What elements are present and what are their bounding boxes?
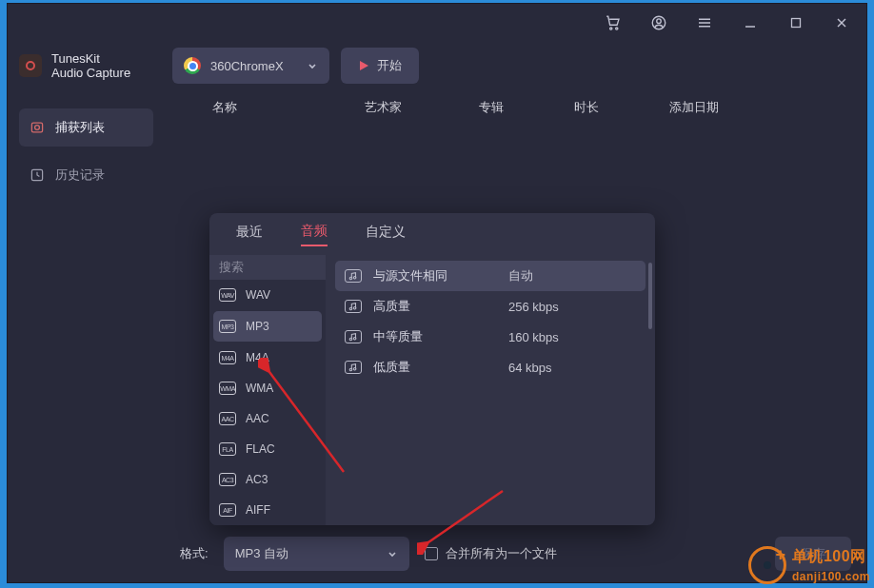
- svg-point-15: [353, 276, 356, 279]
- format-name: AIFF: [246, 503, 270, 517]
- app-logo: TunesKit Audio Capture: [19, 51, 153, 80]
- svg-rect-8: [792, 19, 801, 28]
- format-badge-icon: WMA: [219, 382, 236, 395]
- quality-list: 与源文件相同自动高质量256 kbps中等质量160 kbps低质量64 kbp…: [326, 255, 655, 525]
- format-name: AAC: [246, 412, 269, 425]
- start-label: 开始: [377, 57, 402, 74]
- format-label: 格式:: [180, 545, 209, 562]
- source-label: 360ChromeX: [210, 59, 284, 73]
- quality-value: 64 kbps: [508, 361, 552, 375]
- logo-icon: [19, 54, 42, 77]
- format-badge-icon: WAV: [219, 288, 236, 302]
- music-note-icon: [345, 269, 362, 283]
- popup-body: 搜索 WAVWAVMP3MP3M4AM4AWMAWMAAACAACFLAFLAC…: [209, 255, 655, 525]
- chevron-down-icon: [307, 60, 318, 71]
- format-badge-icon: AC3: [219, 473, 236, 486]
- format-item-mp3[interactable]: MP3MP3: [213, 311, 322, 342]
- tab-audio[interactable]: 音频: [301, 223, 328, 246]
- quality-item[interactable]: 低质量64 kbps: [335, 352, 646, 382]
- format-popup: 最近 音频 自定义 搜索 WAVWAVMP3MP3M4AM4AWMAWMAAAC…: [209, 213, 655, 525]
- sidebar-item-capture-list[interactable]: 捕获列表: [19, 108, 153, 147]
- svg-point-21: [353, 367, 356, 370]
- menu-icon[interactable]: [687, 6, 722, 40]
- quality-value: 自动: [508, 267, 533, 284]
- quality-item[interactable]: 中等质量160 kbps: [335, 322, 646, 352]
- quality-value: 256 kbps: [508, 300, 559, 314]
- user-icon[interactable]: [642, 6, 676, 40]
- format-name: M4A: [246, 351, 269, 364]
- svg-point-12: [35, 126, 40, 130]
- format-item-flac[interactable]: FLAFLAC: [209, 434, 326, 464]
- sidebar-item-history[interactable]: 历史记录: [19, 156, 153, 194]
- save-label: 保存: [801, 545, 825, 562]
- format-badge-icon: AAC: [219, 412, 236, 425]
- cart-icon[interactable]: [596, 6, 630, 40]
- search-input[interactable]: 搜索: [209, 255, 326, 280]
- music-note-icon: [345, 330, 362, 343]
- quality-item[interactable]: 与源文件相同自动: [335, 261, 646, 291]
- format-name: MP3: [246, 320, 269, 333]
- save-button[interactable]: 保存: [775, 537, 851, 571]
- format-item-aac[interactable]: AACAAC: [209, 403, 326, 434]
- format-item-wma[interactable]: WMAWMA: [209, 373, 326, 403]
- svg-point-19: [353, 337, 356, 340]
- tab-recent[interactable]: 最近: [236, 224, 263, 245]
- svg-point-16: [349, 307, 352, 310]
- titlebar: [8, 4, 866, 42]
- col-album: 专辑: [479, 99, 574, 116]
- checkbox-icon: [425, 547, 438, 560]
- merge-label: 合并所有为一个文件: [446, 545, 557, 562]
- format-dropdown[interactable]: MP3 自动: [224, 537, 409, 571]
- maximize-icon[interactable]: [779, 6, 813, 40]
- music-note-icon: [345, 300, 362, 313]
- format-badge-icon: MP3: [219, 320, 236, 333]
- format-item-m4a[interactable]: M4AM4A: [209, 343, 326, 373]
- start-button[interactable]: 开始: [341, 48, 419, 84]
- format-badge-icon: FLA: [219, 442, 236, 456]
- format-item-ac3[interactable]: AC3AC3: [209, 464, 326, 495]
- svg-point-14: [349, 277, 352, 280]
- format-name: WAV: [246, 288, 270, 302]
- format-name: AC3: [246, 473, 268, 486]
- format-name: FLAC: [246, 442, 275, 456]
- popup-tabs: 最近 音频 自定义: [209, 213, 655, 255]
- format-item-wav[interactable]: WAVWAV: [209, 280, 326, 310]
- history-icon: [29, 167, 46, 183]
- format-name: WMA: [246, 382, 273, 395]
- sidebar-item-label: 历史记录: [55, 167, 105, 184]
- svg-point-18: [349, 338, 352, 341]
- merge-checkbox[interactable]: 合并所有为一个文件: [425, 545, 557, 562]
- app-title-line2: Audio Capture: [51, 66, 130, 80]
- format-item-aiff[interactable]: AIFAIFF: [209, 495, 326, 525]
- col-duration: 时长: [574, 99, 669, 116]
- chevron-down-icon: [387, 548, 398, 559]
- close-icon[interactable]: [824, 6, 859, 40]
- column-headers: 名称 艺术家 专辑 时长 添加日期: [165, 89, 866, 116]
- svg-point-3: [657, 19, 662, 24]
- source-dropdown[interactable]: 360ChromeX: [172, 48, 329, 84]
- quality-item[interactable]: 高质量256 kbps: [335, 291, 646, 322]
- col-artist: 艺术家: [365, 99, 479, 116]
- chrome-icon: [184, 57, 201, 74]
- minimize-icon[interactable]: [733, 6, 767, 40]
- app-title-line1: TunesKit: [51, 51, 130, 66]
- footer: 格式: MP3 自动 合并所有为一个文件 保存: [165, 525, 866, 582]
- svg-point-1: [616, 28, 618, 29]
- sidebar: TunesKit Audio Capture 捕获列表 历史记录: [8, 42, 165, 582]
- toolbar: 360ChromeX 开始: [165, 42, 866, 89]
- quality-name: 与源文件相同: [373, 267, 497, 284]
- scrollbar[interactable]: [648, 263, 652, 329]
- format-badge-icon: AIF: [219, 503, 236, 517]
- col-name: 名称: [212, 99, 365, 116]
- svg-point-0: [610, 28, 612, 29]
- music-note-icon: [345, 361, 362, 374]
- quality-value: 160 kbps: [508, 330, 559, 344]
- quality-name: 中等质量: [373, 328, 497, 345]
- capture-list-icon: [29, 120, 46, 135]
- format-list: 搜索 WAVWAVMP3MP3M4AM4AWMAWMAAACAACFLAFLAC…: [209, 255, 326, 525]
- app-title: TunesKit Audio Capture: [51, 51, 130, 80]
- col-date: 添加日期: [669, 99, 765, 116]
- tab-custom[interactable]: 自定义: [366, 224, 406, 245]
- format-badge-icon: M4A: [219, 351, 236, 364]
- quality-name: 低质量: [373, 359, 497, 376]
